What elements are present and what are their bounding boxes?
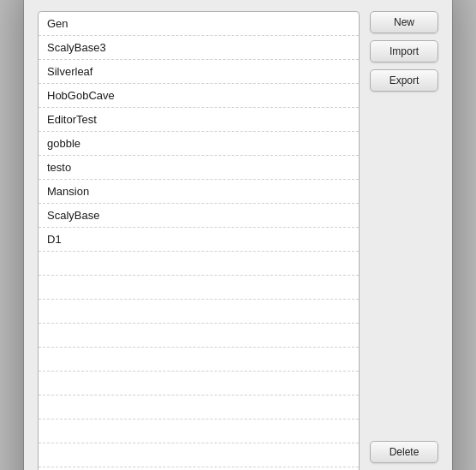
import-button[interactable]: Import [370, 40, 438, 62]
bottom-buttons: Delete Load [370, 441, 438, 471]
list-item-empty [39, 324, 359, 348]
list-item[interactable]: ScalyBase3 [39, 36, 359, 60]
list-item[interactable]: D1 [39, 228, 359, 252]
list-item-empty [39, 252, 359, 276]
list-item-empty [39, 300, 359, 324]
game-select-window: Game Select GenScalyBase3SilverleafHobGo… [24, 0, 452, 470]
list-item[interactable]: ScalyBase [39, 204, 359, 228]
new-button[interactable]: New [370, 11, 438, 33]
spacer [370, 98, 438, 434]
list-item-empty [39, 276, 359, 300]
game-list[interactable]: GenScalyBase3SilverleafHobGobCaveEditorT… [38, 11, 360, 471]
list-item-empty [39, 348, 359, 372]
list-item-empty [39, 419, 359, 443]
list-item[interactable]: Mansion [39, 180, 359, 204]
window-content: GenScalyBase3SilverleafHobGobCaveEditorT… [24, 0, 452, 470]
list-item-empty [39, 443, 359, 467]
list-item-empty [39, 396, 359, 419]
list-item[interactable]: Gen [39, 12, 359, 36]
buttons-panel: New Import Export Delete Load [370, 11, 438, 471]
list-item[interactable]: Silverleaf [39, 60, 359, 84]
delete-button[interactable]: Delete [370, 441, 438, 463]
export-button[interactable]: Export [370, 69, 438, 92]
list-item-empty [39, 467, 359, 471]
list-item[interactable]: EditorTest [39, 108, 359, 132]
list-item[interactable]: testo [39, 156, 359, 180]
list-item[interactable]: HobGobCave [39, 84, 359, 108]
list-item[interactable]: gobble [39, 132, 359, 156]
list-item-empty [39, 372, 359, 396]
